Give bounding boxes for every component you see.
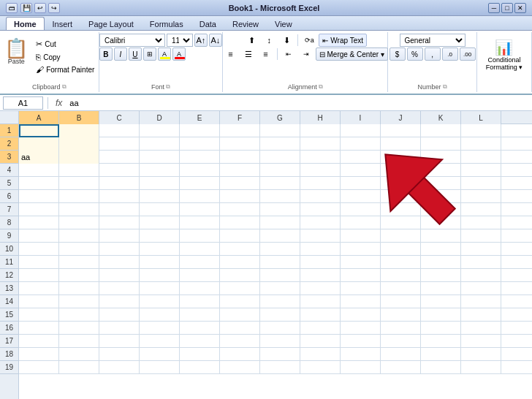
- col-header-h[interactable]: H: [300, 111, 341, 124]
- cell-J13[interactable]: [381, 282, 421, 295]
- format-painter-button[interactable]: 🖌 Format Painter: [33, 64, 97, 75]
- tab-page-layout[interactable]: Page Layout: [80, 17, 142, 30]
- redo-quick-icon[interactable]: ↪: [48, 3, 60, 13]
- cell-C9[interactable]: [99, 229, 140, 243]
- cell-L19[interactable]: [461, 361, 501, 374]
- row-header-17[interactable]: 17: [0, 335, 18, 348]
- tab-review[interactable]: Review: [224, 17, 267, 30]
- cell-F5[interactable]: [220, 177, 260, 190]
- cell-K10[interactable]: [421, 243, 461, 256]
- font-color-button[interactable]: A: [172, 48, 186, 61]
- cell-I9[interactable]: [341, 229, 381, 243]
- cell-K19[interactable]: [421, 361, 461, 374]
- tab-home[interactable]: Home: [6, 17, 45, 30]
- cell-L9[interactable]: [461, 229, 501, 243]
- cell-B15[interactable]: [59, 308, 99, 322]
- cell-E14[interactable]: [180, 295, 220, 308]
- decrease-decimal-button[interactable]: .00: [460, 48, 476, 61]
- fill-color-button[interactable]: A: [158, 48, 171, 61]
- cell-E7[interactable]: [180, 203, 220, 216]
- middle-align-button[interactable]: ↕: [261, 34, 277, 47]
- cell-B3[interactable]: [59, 151, 99, 164]
- cell-G17[interactable]: [260, 335, 300, 348]
- cell-H9[interactable]: [300, 229, 341, 243]
- cell-F16[interactable]: [220, 322, 260, 335]
- cell-G16[interactable]: [260, 322, 300, 335]
- cell-I3[interactable]: [341, 151, 381, 164]
- row-header-3[interactable]: 3: [0, 151, 18, 164]
- row-header-11[interactable]: 11: [0, 256, 18, 269]
- cell-J4[interactable]: [381, 164, 421, 177]
- cell-I12[interactable]: [341, 269, 381, 282]
- cell-L17[interactable]: [461, 335, 501, 348]
- cell-L8[interactable]: [461, 216, 501, 229]
- underline-button[interactable]: U: [129, 48, 142, 61]
- cell-A8[interactable]: [19, 216, 59, 229]
- row-header-1[interactable]: 1: [0, 124, 18, 137]
- cell-I15[interactable]: [341, 308, 381, 322]
- row-header-4[interactable]: 4: [0, 164, 18, 177]
- cell-L18[interactable]: [461, 348, 501, 361]
- cell-G10[interactable]: [260, 243, 300, 256]
- row-header-16[interactable]: 16: [0, 322, 18, 335]
- col-header-f[interactable]: F: [220, 111, 260, 124]
- cell-E6[interactable]: [180, 190, 220, 203]
- cell-E16[interactable]: [180, 322, 220, 335]
- cell-B14[interactable]: [59, 295, 99, 308]
- cell-F18[interactable]: [220, 348, 260, 361]
- number-expander[interactable]: ⧉: [443, 83, 447, 91]
- cell-H5[interactable]: [300, 177, 341, 190]
- row-header-18[interactable]: 18: [0, 348, 18, 361]
- cell-B2[interactable]: [59, 137, 99, 151]
- cell-B7[interactable]: [59, 203, 99, 216]
- cell-E3[interactable]: [180, 151, 220, 164]
- cell-D3[interactable]: [140, 151, 180, 164]
- cell-E5[interactable]: [180, 177, 220, 190]
- cell-G12[interactable]: [260, 269, 300, 282]
- cell-F2[interactable]: [220, 137, 260, 151]
- row-header-15[interactable]: 15: [0, 308, 18, 322]
- cell-L5[interactable]: [461, 177, 501, 190]
- cell-C13[interactable]: [99, 282, 140, 295]
- cell-L12[interactable]: [461, 269, 501, 282]
- orientation-button[interactable]: ⟳a: [301, 34, 317, 47]
- cell-K4[interactable]: [421, 164, 461, 177]
- cell-F10[interactable]: [220, 243, 260, 256]
- cell-A13[interactable]: [19, 282, 59, 295]
- cell-G2[interactable]: [260, 137, 300, 151]
- cell-A14[interactable]: [19, 295, 59, 308]
- cell-J19[interactable]: [381, 361, 421, 374]
- cell-E4[interactable]: [180, 164, 220, 177]
- cell-I11[interactable]: [341, 256, 381, 269]
- cell-I7[interactable]: [341, 203, 381, 216]
- cell-J12[interactable]: [381, 269, 421, 282]
- cell-E10[interactable]: [180, 243, 220, 256]
- cell-B9[interactable]: [59, 229, 99, 243]
- col-header-c[interactable]: C: [99, 111, 140, 124]
- cell-K3[interactable]: [421, 151, 461, 164]
- cell-A4[interactable]: [19, 164, 59, 177]
- cell-I17[interactable]: [341, 335, 381, 348]
- cell-J1[interactable]: [381, 124, 421, 137]
- cell-H4[interactable]: [300, 164, 341, 177]
- cell-K7[interactable]: [421, 203, 461, 216]
- cell-H18[interactable]: [300, 348, 341, 361]
- cell-D6[interactable]: [140, 190, 180, 203]
- shrink-font-button[interactable]: A↓: [209, 34, 222, 47]
- cell-I13[interactable]: [341, 282, 381, 295]
- cell-D17[interactable]: [140, 335, 180, 348]
- cell-K18[interactable]: [421, 348, 461, 361]
- cell-H13[interactable]: [300, 282, 341, 295]
- decrease-indent-button[interactable]: ⇤: [281, 48, 297, 61]
- cell-K9[interactable]: [421, 229, 461, 243]
- cell-J10[interactable]: [381, 243, 421, 256]
- row-header-9[interactable]: 9: [0, 229, 18, 243]
- cell-D5[interactable]: [140, 177, 180, 190]
- cell-E15[interactable]: [180, 308, 220, 322]
- cell-D1[interactable]: [140, 124, 180, 137]
- cell-I5[interactable]: [341, 177, 381, 190]
- cell-B16[interactable]: [59, 322, 99, 335]
- cell-F15[interactable]: [220, 308, 260, 322]
- cell-E17[interactable]: [180, 335, 220, 348]
- cell-C15[interactable]: [99, 308, 140, 322]
